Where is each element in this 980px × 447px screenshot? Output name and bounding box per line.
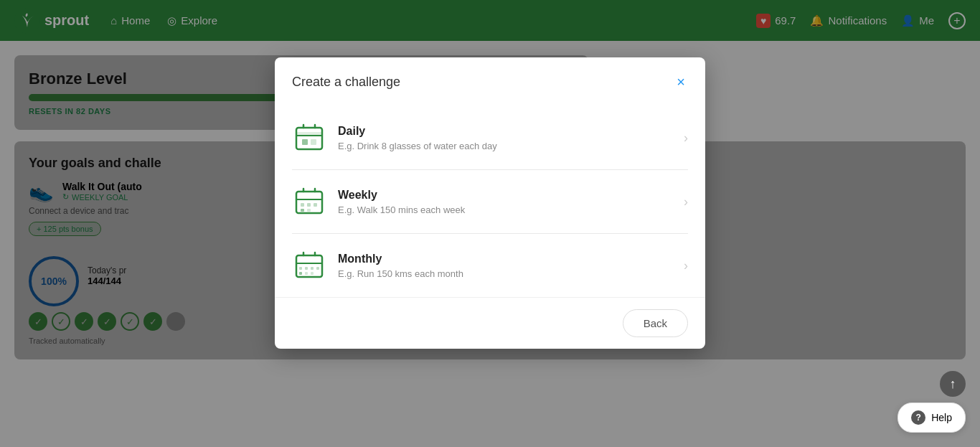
daily-name: Daily [338, 125, 678, 138]
daily-challenge-text: Daily E.g. Drink 8 glasses of water each… [338, 125, 678, 151]
svg-rect-21 [299, 267, 302, 270]
svg-rect-15 [301, 209, 304, 212]
modal-title: Create a challenge [292, 75, 400, 90]
daily-desc: E.g. Drink 8 glasses of water each day [338, 141, 678, 151]
modal-scroll-area[interactable]: Daily E.g. Drink 8 glasses of water each… [275, 106, 705, 297]
svg-rect-12 [301, 203, 304, 207]
svg-rect-16 [307, 209, 311, 212]
challenge-item-monthly[interactable]: Monthly E.g. Run 150 kms each month › [292, 234, 688, 297]
weekly-arrow-icon: › [684, 194, 688, 210]
arrow-up-icon: ↑ [950, 377, 956, 392]
svg-rect-13 [307, 203, 311, 207]
challenge-item-daily[interactable]: Daily E.g. Drink 8 glasses of water each… [292, 106, 688, 170]
svg-rect-6 [302, 139, 308, 145]
svg-rect-24 [316, 267, 319, 270]
back-button[interactable]: Back [623, 309, 688, 337]
svg-rect-26 [305, 272, 308, 275]
svg-rect-22 [305, 267, 308, 270]
weekly-name: Weekly [338, 189, 678, 202]
svg-rect-1 [296, 128, 322, 149]
modal-header: Create a challenge × [275, 57, 705, 106]
svg-rect-14 [314, 203, 317, 207]
help-button[interactable]: ? Help [897, 403, 966, 433]
create-challenge-modal: Create a challenge × [275, 57, 705, 349]
modal-body: Daily E.g. Drink 8 glasses of water each… [275, 106, 705, 297]
modal-close-button[interactable]: × [674, 72, 688, 92]
help-icon: ? [911, 410, 925, 425]
modal-overlay: Create a challenge × [0, 0, 980, 447]
scroll-up-button[interactable]: ↑ [940, 371, 966, 397]
daily-arrow-icon: › [684, 131, 688, 146]
monthly-challenge-text: Monthly E.g. Run 150 kms each month [338, 253, 678, 279]
weekly-calendar-icon [292, 184, 326, 219]
modal-footer: Back [275, 297, 705, 349]
monthly-desc: E.g. Run 150 kms each month [338, 268, 678, 279]
svg-rect-23 [311, 267, 314, 270]
weekly-desc: E.g. Walk 150 mins each week [338, 204, 678, 215]
svg-rect-7 [311, 139, 316, 145]
daily-calendar-icon [292, 121, 326, 155]
monthly-name: Monthly [338, 253, 678, 265]
monthly-calendar-icon [292, 248, 326, 283]
weekly-challenge-text: Weekly E.g. Walk 150 mins each week [338, 189, 678, 215]
svg-rect-27 [311, 272, 314, 275]
help-label: Help [931, 412, 952, 423]
monthly-arrow-icon: › [684, 258, 688, 273]
challenge-item-weekly[interactable]: Weekly E.g. Walk 150 mins each week › [292, 170, 688, 234]
svg-rect-25 [299, 272, 302, 275]
